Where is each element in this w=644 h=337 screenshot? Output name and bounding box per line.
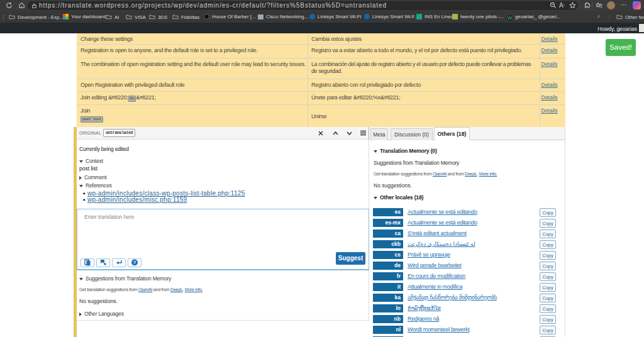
svg-text:?: ? (133, 260, 136, 265)
